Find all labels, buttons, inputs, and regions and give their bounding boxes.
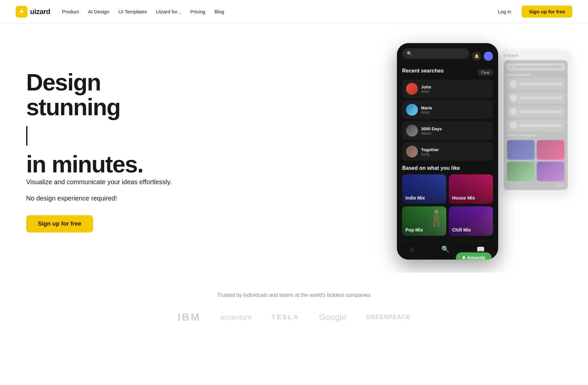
- phone-screen: 🔍 🔔 Recent searches Clear John: [397, 43, 498, 241]
- based-section-label: Based on what you like: [402, 165, 493, 171]
- nav-blog[interactable]: Blog: [214, 9, 224, 14]
- result-3000days[interactable]: 3000 Days Album ›: [402, 121, 493, 140]
- navbar: uizard Product AI Design UI Templates Ui…: [0, 0, 588, 24]
- svg-rect-1: [433, 215, 439, 222]
- recent-searches-header: Recent searches Clear: [402, 68, 493, 77]
- hero-section: Design stunning in minutes. Visualize an…: [0, 24, 588, 273]
- navbar-left: uizard Product AI Design UI Templates Ui…: [16, 6, 224, 18]
- marie-type: Artist: [421, 110, 484, 114]
- user-avatar[interactable]: [484, 52, 493, 61]
- trusted-section: Trusted by individuals and teams at the …: [0, 273, 588, 336]
- marie-info: Marie Artist: [421, 105, 484, 114]
- bg-screen: Recent searches Based on what you like 7…: [504, 60, 568, 190]
- indie-mix-card[interactable]: Indie Mix: [402, 174, 446, 204]
- svg-rect-2: [433, 222, 435, 227]
- result-john[interactable]: John Artist ›: [402, 80, 493, 98]
- together-arrow: ›: [487, 149, 489, 154]
- search-icon: 🔍: [407, 51, 412, 56]
- john-info: John Artist: [421, 85, 484, 93]
- svg-rect-3: [437, 222, 440, 227]
- together-avatar: [406, 146, 418, 157]
- library-nav-icon[interactable]: 📖: [477, 245, 485, 253]
- days-name: 3000 Days: [421, 126, 484, 131]
- together-name: Together: [421, 147, 484, 152]
- home-nav-icon[interactable]: ⌂: [410, 245, 414, 253]
- indie-mix-label: Indie Mix: [405, 195, 425, 201]
- together-info: Together Song: [421, 147, 484, 156]
- navbar-right: Log in Sign up for free: [493, 6, 572, 18]
- nav-pricing[interactable]: Pricing: [190, 9, 205, 14]
- hero-right: 4.Search Recent searches Based on what y…: [353, 43, 562, 260]
- pop-mix-card[interactable]: Pop Mix: [402, 206, 446, 236]
- logo-icon: [16, 6, 27, 18]
- recent-searches-label: Recent searches: [402, 68, 444, 74]
- days-type: Album: [421, 131, 484, 135]
- ibm-logo: IBM: [178, 311, 201, 323]
- phone-search-row: 🔍 🔔: [402, 48, 493, 64]
- together-type: Song: [421, 152, 484, 156]
- bg-label: 4.Search: [504, 54, 568, 57]
- john-avatar: [406, 83, 418, 95]
- hero-subtitle: Visualize and communicate your ideas eff…: [26, 177, 196, 187]
- background-phone: 4.Search Recent searches Based on what y…: [500, 50, 572, 194]
- nav-ai-design[interactable]: AI Design: [88, 9, 109, 14]
- phone-search-bar[interactable]: 🔍: [402, 48, 469, 59]
- cursor-dot: [463, 256, 465, 259]
- pop-mix-label: Pop Mix: [405, 227, 423, 233]
- john-type: Artist: [421, 89, 484, 93]
- company-logos: IBM accenture TESLA Google GREENPEACE: [26, 311, 562, 323]
- clear-button[interactable]: Clear: [478, 69, 493, 76]
- house-mix-card[interactable]: House Mix: [449, 174, 493, 204]
- hero-note: No design experience required!: [26, 195, 196, 202]
- logo-text: uizard: [30, 8, 50, 16]
- svg-point-0: [434, 209, 439, 214]
- result-marie[interactable]: Marie Artist ›: [402, 101, 493, 119]
- trusted-text: Trusted by individuals and teams at the …: [26, 292, 562, 298]
- nav-product[interactable]: Product: [62, 9, 79, 14]
- hero-title: Design stunning in minutes.: [26, 70, 196, 177]
- bell-icon[interactable]: 🔔: [472, 52, 481, 61]
- greenpeace-logo: GREENPEACE: [366, 314, 410, 321]
- navbar-signup-button[interactable]: Sign up for free: [522, 6, 572, 18]
- amanda-label: Amanda: [467, 255, 485, 260]
- days-arrow: ›: [487, 128, 489, 133]
- marie-avatar: [406, 104, 418, 116]
- login-button[interactable]: Log in: [493, 6, 516, 17]
- hero-signup-button[interactable]: Sign up for free: [26, 215, 93, 233]
- hero-left: Design stunning in minutes. Visualize an…: [26, 70, 196, 233]
- days-info: 3000 Days Album: [421, 126, 484, 135]
- hero-divider: [26, 126, 27, 146]
- marie-arrow: ›: [487, 107, 489, 112]
- days-avatar: [406, 125, 418, 136]
- logo[interactable]: uizard: [16, 6, 50, 18]
- john-name: John: [421, 85, 484, 89]
- house-mix-label: House Mix: [452, 195, 475, 201]
- chill-mix-card[interactable]: Chill Mix: [449, 206, 493, 236]
- marie-name: Marie: [421, 105, 484, 110]
- main-phone-mockup: 🔍 🔔 Recent searches Clear John: [397, 43, 498, 260]
- john-arrow: ›: [487, 86, 489, 91]
- accenture-logo: accenture: [220, 313, 252, 322]
- amanda-cursor-tooltip: Amanda: [456, 252, 492, 260]
- tesla-logo: TESLA: [271, 313, 300, 321]
- pop-figure-icon: [430, 208, 443, 228]
- result-together[interactable]: Together Song ›: [402, 142, 493, 161]
- based-section: Based on what you like Indie Mix House M…: [402, 165, 493, 236]
- music-grid: Indie Mix House Mix: [402, 174, 493, 236]
- search-nav-icon[interactable]: 🔍: [441, 245, 449, 253]
- nav-ui-templates[interactable]: UI Templates: [119, 9, 147, 14]
- nav-uizard-for[interactable]: Uizard for...: [156, 9, 181, 14]
- phone-top-icons: 🔔: [472, 52, 493, 61]
- google-logo: Google: [319, 312, 346, 322]
- chill-mix-label: Chill Mix: [452, 227, 471, 233]
- nav-links: Product AI Design UI Templates Uizard fo…: [62, 9, 224, 14]
